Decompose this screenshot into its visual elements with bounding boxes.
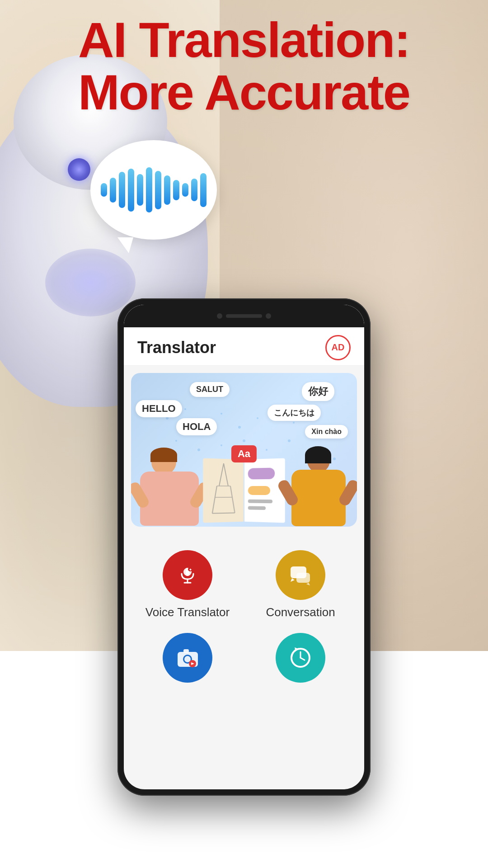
people-illustration: Aa — [131, 436, 357, 527]
wave-bar-1 — [110, 178, 116, 203]
wave-bar-0 — [101, 183, 107, 197]
feature-camera[interactable] — [131, 628, 244, 687]
history-button[interactable] — [276, 633, 325, 683]
phone-camera-area — [217, 313, 271, 319]
wave-bar-7 — [164, 175, 170, 205]
svg-rect-34 — [296, 573, 310, 583]
speaker-bar — [226, 314, 262, 318]
hero-section: AI Translation: More Accurate — [0, 14, 488, 118]
svg-point-3 — [221, 413, 222, 415]
feature-history[interactable] — [244, 628, 357, 687]
app-title: Translator — [137, 338, 216, 357]
aa-label: Aa — [231, 445, 257, 462]
wave-bar-11 — [200, 173, 206, 207]
conversation-label: Conversation — [266, 605, 335, 619]
hero-title-line1: AI Translation: — [18, 14, 470, 66]
word-hola: HOLA — [176, 418, 217, 435]
phone-mockup: ▼ ▲ ▪ 12:30 Translator AD — [117, 298, 371, 796]
svg-point-1 — [184, 408, 186, 410]
svg-line-26 — [212, 513, 235, 513]
svg-point-5 — [257, 417, 258, 419]
wave-bar-8 — [173, 180, 179, 200]
feature-voice-translator[interactable]: ✦ Voice Translator — [131, 541, 244, 628]
camera-dot-2 — [266, 313, 271, 319]
wave-bar-2 — [119, 172, 125, 208]
history-icon — [288, 646, 313, 670]
hero-title-line2: More Accurate — [18, 66, 470, 118]
center-book: Aa — [203, 454, 285, 522]
svg-line-22 — [212, 486, 217, 514]
word-salut: SALUT — [190, 382, 230, 397]
conversation-icon — [288, 563, 313, 588]
phone-notch — [124, 305, 364, 327]
camera-dot-1 — [217, 313, 222, 319]
word-konnichiwa: こんにちは — [267, 405, 321, 421]
camera-icon — [175, 646, 200, 670]
waveform — [101, 167, 206, 212]
wave-bar-9 — [182, 183, 188, 197]
conversation-button[interactable] — [276, 550, 325, 600]
svg-line-21 — [224, 463, 228, 486]
microphone-icon: ✦ — [176, 564, 199, 586]
banner-area: HELLO SALUT HOLA こんにちは 你好 Xin chào — [131, 373, 357, 527]
bottom-features-row — [124, 628, 364, 692]
phone-screen: ▼ ▲ ▪ 12:30 Translator AD — [124, 305, 364, 789]
app-header: Translator AD — [124, 330, 364, 366]
svg-line-23 — [230, 486, 235, 513]
svg-line-20 — [219, 463, 224, 486]
voice-translator-button[interactable]: ✦ — [163, 550, 212, 600]
wave-bar-4 — [137, 174, 143, 206]
features-grid: ✦ Voice Translator Conversati — [124, 534, 364, 628]
svg-text:✦: ✦ — [189, 568, 192, 572]
wave-bar-3 — [128, 169, 134, 212]
wave-bar-10 — [191, 179, 197, 201]
camera-button[interactable] — [163, 633, 212, 683]
word-nihao: 你好 — [302, 382, 334, 401]
book-right-page — [244, 458, 285, 523]
feature-conversation[interactable]: Conversation — [244, 541, 357, 628]
svg-point-7 — [293, 422, 295, 424]
voice-translator-label: Voice Translator — [145, 605, 230, 619]
word-hello: HELLO — [136, 400, 182, 417]
book-left-page — [203, 458, 244, 523]
speech-bubble — [90, 140, 217, 240]
ad-badge[interactable]: AD — [325, 335, 351, 360]
wave-bar-5 — [146, 167, 152, 212]
wave-bar-6 — [155, 171, 161, 209]
phone-outer-frame: ▼ ▲ ▪ 12:30 Translator AD — [117, 298, 371, 796]
svg-rect-38 — [183, 649, 189, 653]
svg-point-4 — [238, 426, 241, 429]
